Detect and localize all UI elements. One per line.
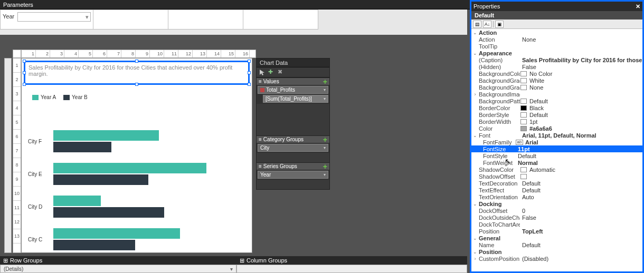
property-value[interactable]: Black xyxy=(527,105,642,111)
property-row[interactable]: DockOutsideChartAreaFalse xyxy=(471,214,642,221)
add-icon[interactable]: ✚ xyxy=(268,69,276,76)
categorized-button[interactable]: ▤ xyxy=(473,21,481,28)
properties-grid[interactable]: ⌄ActionActionNoneToolTip⌄Appearance(Capt… xyxy=(471,29,642,271)
property-row[interactable]: ›CustomPosition(Disabled) xyxy=(471,255,642,262)
chevron-down-icon[interactable]: ▾ xyxy=(230,266,233,272)
property-row[interactable]: ShadowColorAutomatic xyxy=(471,166,642,173)
property-row[interactable]: FontStyleDefault xyxy=(471,152,642,159)
bar-series-b[interactable] xyxy=(53,207,164,218)
property-row[interactable]: BorderStyleDefault xyxy=(471,111,642,118)
property-value[interactable]: Arial xyxy=(523,139,642,145)
property-row[interactable]: FontFamilyabArial xyxy=(471,139,642,145)
property-row[interactable]: TextOrientationAuto xyxy=(471,193,642,200)
details-empty-cell[interactable] xyxy=(236,265,467,273)
property-row[interactable]: BackgroundPatternTypeDefault xyxy=(471,97,642,104)
pointer-icon[interactable] xyxy=(259,69,266,76)
property-value[interactable]: TopLeft xyxy=(520,228,642,235)
chevron-down-icon[interactable]: ▾ xyxy=(324,96,326,101)
property-row[interactable]: NameDefault xyxy=(471,241,642,248)
row-selector-gutter[interactable] xyxy=(4,58,12,253)
property-row[interactable]: Color#a6a6a6 xyxy=(471,125,642,132)
chevron-down-icon[interactable]: ▾ xyxy=(324,145,326,150)
bar-series-a[interactable] xyxy=(53,196,101,206)
expand-icon[interactable]: ⌄ xyxy=(471,236,479,241)
property-row[interactable]: ActionNone xyxy=(471,36,642,43)
property-row[interactable]: ⌄FontArial, 11pt, Default, Normal xyxy=(471,132,642,139)
bar-series-b[interactable] xyxy=(53,174,148,185)
bar-series-a[interactable] xyxy=(53,228,180,239)
property-value[interactable]: White xyxy=(527,77,642,84)
property-row[interactable]: BackgroundColorNo Color xyxy=(471,70,642,77)
resize-handle[interactable] xyxy=(248,83,251,86)
property-row[interactable]: ShadowOffset xyxy=(471,173,642,180)
add-series-button[interactable]: + xyxy=(323,164,327,169)
property-value[interactable]: Default xyxy=(520,187,642,193)
resize-handle[interactable] xyxy=(135,83,138,86)
chart-plot-area[interactable]: City FCity ECity DCity C xyxy=(22,127,252,252)
property-row[interactable]: ⌄Action xyxy=(471,29,642,36)
property-value[interactable]: Sales Profitability by City for 2016 for… xyxy=(520,57,642,63)
resize-handle[interactable] xyxy=(23,60,26,63)
property-row[interactable]: BorderColorBlack xyxy=(471,104,642,111)
property-row[interactable]: DockToChartArea xyxy=(471,221,642,228)
property-row[interactable]: (Caption)Sales Profitability by City for… xyxy=(471,56,642,63)
property-row[interactable]: TextEffectDefault xyxy=(471,187,642,193)
property-row[interactable]: (Hidden)False xyxy=(471,63,642,70)
property-value[interactable]: Default xyxy=(516,153,642,159)
param-cell-empty[interactable] xyxy=(243,9,318,30)
property-value[interactable]: Automatic xyxy=(527,167,642,173)
property-row[interactable]: FontSize11pt xyxy=(471,145,642,152)
property-row[interactable]: BackgroundGradientEndColorWhite xyxy=(471,77,642,84)
property-value[interactable]: None xyxy=(520,36,642,43)
property-row[interactable]: ⌄Position xyxy=(471,248,642,255)
resize-handle[interactable] xyxy=(23,71,26,74)
expand-icon[interactable]: › xyxy=(471,256,479,261)
expand-icon[interactable]: ⌄ xyxy=(471,249,479,255)
property-value[interactable]: False xyxy=(520,64,642,70)
param-cell-empty[interactable] xyxy=(168,9,243,30)
resize-handle[interactable] xyxy=(23,83,26,86)
value-aggregate-item[interactable]: [Sum(Total_Profits)] ▾ xyxy=(263,95,328,103)
property-row[interactable]: ⌄Appearance xyxy=(471,50,642,56)
value-field-item[interactable]: Total_Profits ▾ xyxy=(258,86,328,94)
property-row[interactable]: ›BackgroundImage xyxy=(471,91,642,97)
property-value[interactable]: 11pt xyxy=(516,146,642,152)
bar-series-a[interactable] xyxy=(53,130,159,141)
chart-title-textbox[interactable]: Sales Profitability by City for 2016 for… xyxy=(24,61,250,85)
expand-icon[interactable]: › xyxy=(471,92,479,97)
expand-icon[interactable]: ⌄ xyxy=(471,133,479,138)
property-row[interactable]: ToolTip xyxy=(471,43,642,50)
alphabetical-button[interactable]: A↓ xyxy=(483,21,491,28)
param-year-dropdown[interactable]: ▾ xyxy=(17,12,91,22)
property-row[interactable]: TextDecorationDefault xyxy=(471,180,642,187)
property-value[interactable]: #a6a6a6 xyxy=(527,125,642,132)
property-value[interactable]: Default xyxy=(520,180,642,187)
property-value[interactable]: No Color xyxy=(527,71,642,77)
property-value[interactable]: Default xyxy=(520,242,642,248)
property-value[interactable]: Auto xyxy=(520,194,642,200)
property-row[interactable]: ⌄General xyxy=(471,235,642,241)
expand-icon[interactable]: ⌄ xyxy=(471,201,479,207)
bar-series-b[interactable] xyxy=(53,240,135,250)
close-icon[interactable]: ✕ xyxy=(636,3,640,10)
chevron-down-icon[interactable]: ▾ xyxy=(324,172,326,177)
resize-handle[interactable] xyxy=(248,71,251,74)
expand-icon[interactable]: ⌄ xyxy=(471,51,479,56)
add-category-button[interactable]: + xyxy=(323,137,327,142)
resize-handle[interactable] xyxy=(248,60,251,63)
chevron-down-icon[interactable]: ▾ xyxy=(324,87,326,92)
column-groups-header[interactable]: ⊞ Column Groups xyxy=(236,256,290,265)
series-field-item[interactable]: Year ▾ xyxy=(258,171,328,179)
property-value[interactable]: None xyxy=(527,84,642,91)
property-value[interactable]: 0 xyxy=(520,208,642,214)
property-value[interactable]: Normal xyxy=(516,160,642,166)
add-value-button[interactable]: + xyxy=(323,79,327,84)
delete-icon[interactable]: ✖ xyxy=(278,69,285,76)
row-groups-header[interactable]: ⊞ Row Groups xyxy=(0,256,236,265)
bar-series-a[interactable] xyxy=(53,163,206,173)
property-pages-button[interactable]: ▣ xyxy=(495,21,504,28)
resize-handle[interactable] xyxy=(135,60,138,63)
property-value[interactable]: Arial, 11pt, Default, Normal xyxy=(520,132,642,139)
property-value[interactable]: False xyxy=(520,214,642,221)
details-group-cell[interactable]: (Details) ▾ xyxy=(0,265,236,273)
